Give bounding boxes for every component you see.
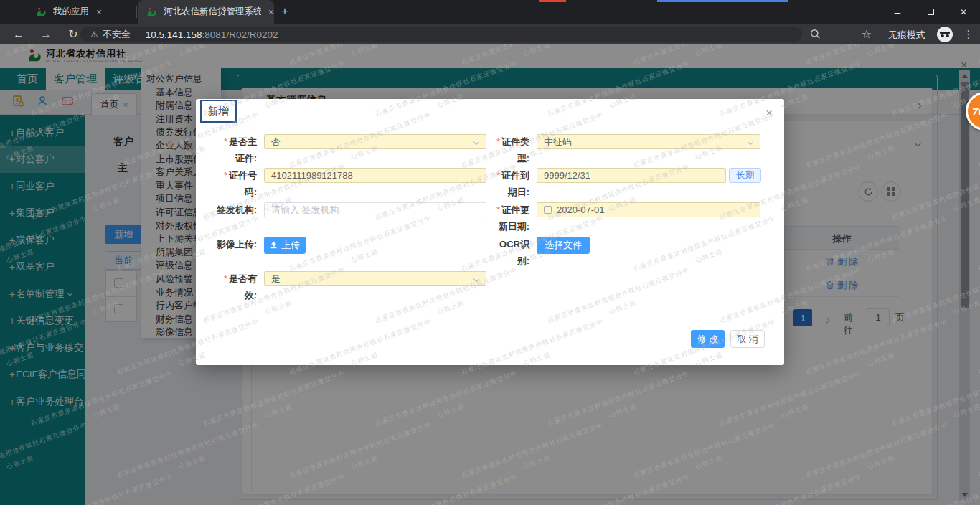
choose-file-button[interactable]: 选择文件 bbox=[537, 237, 590, 254]
browser-tab-my-apps[interactable]: 我的应用 × bbox=[7, 0, 136, 24]
window-close-button[interactable]: ✕ bbox=[947, 0, 980, 24]
maximize-icon bbox=[928, 9, 934, 15]
modify-button[interactable]: 修 改 bbox=[691, 330, 725, 348]
tab-divider bbox=[136, 6, 137, 18]
tab-close-icon[interactable]: × bbox=[96, 7, 102, 17]
bookmark-star-icon[interactable]: ☆ bbox=[858, 24, 875, 44]
select-field[interactable]: 中征码 bbox=[537, 134, 760, 149]
browser-tab-credit-system[interactable]: 河北农信新信贷管理系统 × bbox=[138, 0, 274, 24]
forward-icon[interactable]: → bbox=[36, 24, 56, 44]
page: 河北省农村信用社 RURAL CREDIT COOPERATIVE OF HEB… bbox=[0, 44, 980, 505]
browser-toolbar: ← → ↻ ⚠ 不安全 10.5.141.158 :8081/R02/R0202… bbox=[0, 24, 980, 44]
url-host: 10.5.141.158 bbox=[146, 29, 202, 40]
text-input[interactable]: 4102111989121788 bbox=[264, 168, 486, 183]
screen: 我的应用 × 河北农信新信贷管理系统 × + – ✕ ← → ↻ ⚠ 不安全 1… bbox=[0, 0, 980, 505]
url-path: :8081/R02/R0202 bbox=[202, 29, 278, 40]
long-term-button[interactable]: 长期 bbox=[729, 168, 761, 183]
required-asterisk: * bbox=[224, 136, 227, 147]
field-label: *证件类 型: bbox=[468, 134, 529, 167]
field-label: 签发机构: bbox=[196, 202, 257, 219]
text-input[interactable]: 9999/12/31 bbox=[537, 168, 726, 183]
incognito-label: 无痕模式 bbox=[888, 29, 925, 42]
add-certificate-modal: 新增 × *是否主 证件:否*证件类 型:中征码*证件号 码:410211198… bbox=[196, 99, 784, 365]
required-asterisk: * bbox=[496, 170, 500, 181]
field-label: *证件更 新日期: bbox=[468, 202, 529, 235]
text-input[interactable]: 请输入 签发机构 bbox=[264, 202, 486, 217]
tab-title: 河北农信新信贷管理系统 bbox=[164, 6, 261, 18]
upload-icon bbox=[270, 240, 278, 251]
modal-close-icon[interactable]: × bbox=[765, 106, 773, 121]
window-maximize-button[interactable] bbox=[914, 0, 947, 24]
browser-menu-icon[interactable]: ⋮ bbox=[960, 24, 977, 44]
modal-title: 新增 bbox=[200, 100, 237, 123]
zoom-search-icon[interactable] bbox=[806, 24, 824, 44]
warning-icon: ⚠ bbox=[90, 29, 98, 39]
top-strip-blue bbox=[657, 0, 788, 2]
back-icon[interactable]: ← bbox=[9, 24, 29, 44]
field-label: OCR识 别: bbox=[468, 237, 529, 270]
incognito-avatar-icon[interactable] bbox=[937, 27, 953, 42]
required-asterisk: * bbox=[224, 273, 227, 284]
security-label[interactable]: 不安全 bbox=[103, 28, 131, 41]
address-bar[interactable]: ⚠ 不安全 10.5.141.158 :8081/R02/R0202 bbox=[80, 27, 802, 42]
url-divider bbox=[138, 29, 138, 39]
date-input[interactable]: 2020-07-01 bbox=[537, 202, 760, 217]
favicon-rcc-logo bbox=[146, 6, 158, 18]
select-field[interactable]: 是 bbox=[264, 271, 486, 286]
window-controls: – ✕ bbox=[881, 0, 980, 24]
top-strip-red bbox=[539, 0, 566, 2]
field-label: *证件号 码: bbox=[196, 168, 257, 201]
cancel-button[interactable]: 取 消 bbox=[730, 330, 765, 348]
new-tab-button[interactable]: + bbox=[281, 4, 288, 19]
badge-count: 76 bbox=[972, 105, 980, 118]
field-label: *是否主 证件: bbox=[196, 134, 257, 167]
required-asterisk: * bbox=[224, 170, 227, 181]
chevron-down-icon bbox=[473, 276, 479, 282]
window-minimize-button[interactable]: – bbox=[881, 0, 914, 24]
browser-tabbar: 我的应用 × 河北农信新信贷管理系统 × + – ✕ bbox=[0, 0, 980, 24]
calendar-icon bbox=[544, 206, 552, 214]
select-field[interactable]: 否 bbox=[264, 134, 486, 149]
tab-close-icon[interactable]: × bbox=[268, 7, 274, 17]
required-asterisk: * bbox=[496, 204, 500, 215]
upload-button[interactable]: 上传 bbox=[264, 237, 306, 254]
field-label: 影像上传: bbox=[196, 237, 257, 253]
tab-title: 我的应用 bbox=[53, 6, 89, 18]
chevron-down-icon bbox=[748, 139, 753, 145]
favicon-rcc-logo bbox=[36, 6, 47, 18]
field-label: *证件到 期日: bbox=[468, 168, 529, 201]
field-label: *是否有 效: bbox=[196, 271, 257, 304]
required-asterisk: * bbox=[496, 136, 500, 147]
